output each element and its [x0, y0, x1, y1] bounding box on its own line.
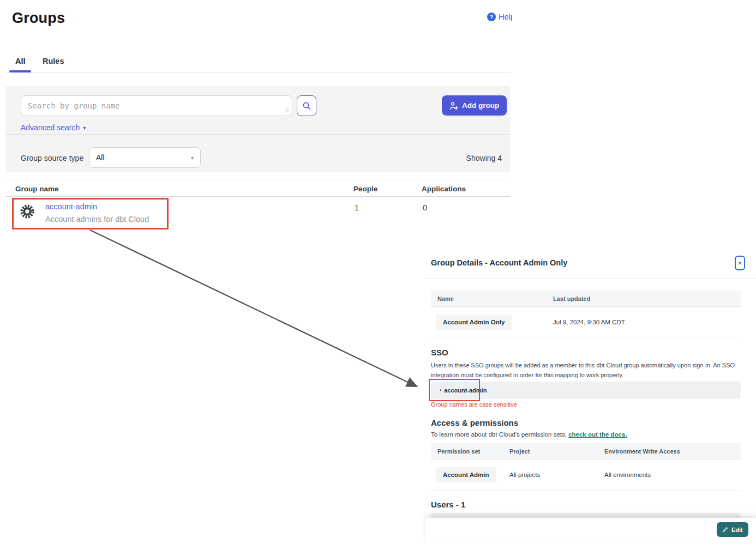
column-header-applications: Applications [422, 185, 466, 193]
search-button[interactable] [297, 95, 316, 116]
column-header-environment-write-access: Environment Write Access [604, 448, 680, 455]
group-applications-count: 0 [423, 203, 427, 212]
docs-text: To learn more about dbt Cloud's permissi… [431, 431, 568, 438]
drawer-divider [425, 279, 756, 279]
add-group-button[interactable]: Add group [442, 95, 507, 116]
group-people-count: 1 [355, 203, 359, 212]
add-group-label: Add group [462, 101, 499, 110]
permission-set-chip: Account Admin [436, 467, 496, 482]
docs-sentence: To learn more about dbt Cloud's permissi… [431, 431, 627, 438]
add-user-icon [449, 101, 458, 110]
page-title: Groups [12, 10, 65, 27]
column-header-people: People [353, 185, 377, 193]
environment-value: All environments [604, 472, 651, 478]
panel-divider [5, 134, 510, 135]
chevron-down-icon: ▾ [83, 125, 86, 131]
help-link[interactable]: ? Help [487, 13, 512, 21]
search-input[interactable] [21, 95, 292, 116]
close-icon: × [738, 259, 742, 267]
docs-link[interactable]: check out the docs. [568, 431, 627, 438]
tabs-divider [5, 72, 510, 72]
highlight-box-group-row [12, 198, 169, 229]
group-name-chip: Account Admin Only [436, 315, 512, 330]
group-source-type-label: Group source type [21, 154, 83, 162]
column-header-name: Name [437, 295, 454, 302]
drawer-title: Group Details - Account Admin Only [431, 258, 567, 267]
column-header-group-name: Group name [15, 185, 59, 193]
last-updated-value: Jul 9, 2024, 9:30 AM CDT [553, 319, 625, 325]
chevron-down-icon: ▾ [191, 155, 194, 161]
advanced-search-label: Advanced search [21, 123, 80, 132]
column-header-last-updated: Last updated [553, 295, 590, 302]
group-source-type-select[interactable]: All ▾ [89, 147, 201, 168]
group-source-type-value: All [96, 153, 105, 162]
advanced-search-toggle[interactable]: Advanced search ▾ [21, 123, 86, 132]
column-header-permission-set: Permission set [437, 448, 480, 455]
project-value: All projects [509, 472, 540, 478]
column-header-project: Project [509, 448, 530, 455]
sso-heading: SSO [431, 348, 448, 357]
tab-all[interactable]: All [15, 57, 26, 65]
users-heading: Users - 1 [431, 500, 465, 509]
edit-label: Edit [731, 527, 743, 533]
showing-count: Showing 4 [401, 154, 502, 162]
tab-rules[interactable]: Rules [43, 57, 64, 65]
case-sensitive-warning: Group names are case sensitive [431, 401, 517, 408]
active-tab-underline [9, 70, 31, 72]
highlight-box-sso-group [429, 379, 480, 401]
edit-button[interactable]: Edit [717, 522, 748, 537]
screenshot-root: Groups ? Help All Rules Add group Advanc… [0, 0, 756, 550]
help-label: Help [499, 13, 512, 21]
help-question-icon: ? [487, 13, 496, 21]
pencil-icon [722, 527, 728, 533]
access-permissions-heading: Access & permissions [431, 418, 518, 427]
close-button[interactable]: × [735, 256, 745, 270]
search-icon [302, 101, 311, 111]
drawer-footer [425, 518, 756, 542]
sso-description: Users in these SSO groups will be added … [431, 360, 742, 380]
